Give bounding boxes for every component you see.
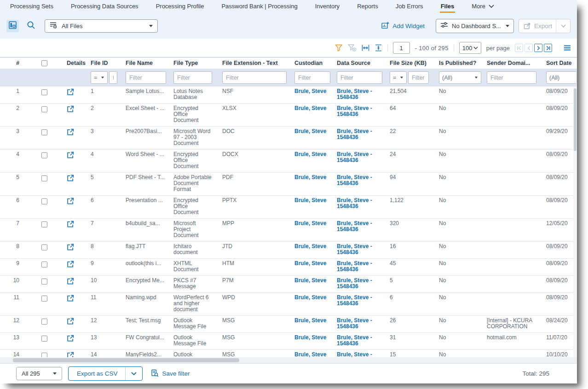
selection-scope-dropdown[interactable]: All 295 [16,367,62,380]
row-checkbox[interactable] [41,198,47,204]
custodian-link[interactable]: Brule, Steve [290,150,333,172]
filter-toggle-button[interactable] [335,44,343,52]
open-details-icon[interactable] [67,263,74,269]
column-header-details[interactable]: Details [60,60,86,66]
row-checkbox[interactable] [41,296,47,302]
custodian-link[interactable]: Brule, Steve [290,127,333,149]
row-checkbox[interactable] [41,319,47,325]
fit-column-width-button[interactable] [362,44,369,52]
list-menu-button[interactable] [564,45,571,51]
clear-filters-button[interactable] [348,44,357,52]
open-details-icon[interactable] [67,297,74,303]
file-size-filter-input[interactable] [408,71,429,84]
custodian-link[interactable]: Brule, Steve [290,350,333,357]
tab-processing-data-sources[interactable]: Processing Data Sources [70,0,139,13]
data-source-link[interactable]: Brule, Steve - 1548436 [333,173,386,195]
vertical-scrollbar[interactable] [573,87,577,357]
data-source-link[interactable]: Brule, Steve - 1548436 [333,350,386,357]
file-extension-filter-input[interactable] [222,71,287,84]
data-source-link[interactable]: Brule, Steve - 1548436 [333,259,386,275]
data-source-link[interactable]: Brule, Steve - 1548436 [333,150,386,172]
column-header-is-published[interactable]: Is Published? [435,60,483,66]
data-source-filter-input[interactable] [337,71,382,84]
sort-date-filter-select[interactable]: (All) [546,71,576,84]
add-widget-button[interactable]: Add Widget [381,22,425,30]
open-details-icon[interactable] [67,108,74,114]
file-id-operator-select[interactable]: = [91,71,108,84]
open-details-icon[interactable] [67,200,74,206]
sender-domain-filter-input[interactable] [487,71,536,84]
custodian-link[interactable]: Brule, Steve [290,293,333,315]
custodian-link[interactable]: Brule, Steve [290,316,333,332]
data-source-link[interactable]: Brule, Steve - 1548436 [333,276,386,292]
row-checkbox[interactable] [41,261,47,267]
export-csv-menu-chevron[interactable] [126,372,142,376]
file-size-operator-select[interactable]: = [390,71,407,84]
export-as-csv-button[interactable]: Export as CSV [68,366,143,381]
custodian-filter-input[interactable] [294,71,330,84]
custodian-link[interactable]: Brule, Steve [290,104,333,126]
search-button[interactable] [25,20,37,32]
column-header-number[interactable]: # [0,60,29,66]
file-type-filter-input[interactable] [173,71,212,84]
open-details-icon[interactable] [67,246,74,252]
data-source-link[interactable]: Brule, Steve - 1548436 [333,293,386,315]
custodian-link[interactable]: Brule, Steve [290,259,333,275]
select-all-checkbox[interactable] [41,60,47,66]
open-details-icon[interactable] [67,91,74,97]
custodian-link[interactable]: Brule, Steve [290,173,333,195]
fit-row-height-button[interactable] [375,44,382,52]
row-checkbox[interactable] [41,106,47,112]
custodian-link[interactable]: Brule, Steve [290,87,333,103]
tab-more[interactable]: More [471,0,495,13]
horizontal-scrollbar[interactable] [0,357,577,363]
custodian-link[interactable]: Brule, Steve [290,219,333,241]
row-checkbox[interactable] [41,353,47,357]
data-source-link[interactable]: Brule, Steve - 1548436 [333,127,386,149]
column-header-file-size[interactable]: File Size (KB) [386,60,435,66]
last-page-button[interactable] [544,44,552,52]
column-header-file-extension[interactable]: File Extension - Text [218,60,290,66]
open-details-icon[interactable] [67,320,74,326]
custodian-link[interactable]: Brule, Steve [290,333,333,349]
tab-files[interactable]: Files [440,0,455,13]
data-source-link[interactable]: Brule, Steve - 1548436 [333,196,386,218]
custodian-link[interactable]: Brule, Steve [290,242,333,258]
dashboard-panel-button[interactable] [6,20,19,32]
row-checkbox[interactable] [41,152,47,158]
tab-reports[interactable]: Reports [356,0,379,13]
column-header-sort-date[interactable]: Sort Date [542,60,576,66]
tab-inventory[interactable]: Inventory [314,0,340,13]
open-details-icon[interactable] [67,337,74,343]
is-published-filter-select[interactable]: (All) [439,71,481,84]
dashboard-selector-dropdown[interactable]: No Dashboard S... [436,19,514,33]
first-page-button[interactable] [515,44,523,52]
vertical-scrollbar-thumb[interactable] [574,88,576,151]
row-checkbox[interactable] [41,221,47,227]
previous-page-button[interactable] [525,44,533,52]
tab-password-bank-processing[interactable]: Password Bank | Processing [220,0,298,13]
column-header-file-id[interactable]: File ID [86,60,121,66]
row-checkbox[interactable] [41,129,47,135]
column-header-custodian[interactable]: Custodian [290,60,333,66]
row-checkbox[interactable] [41,175,47,181]
row-checkbox[interactable] [41,244,47,250]
page-number-input[interactable] [393,42,410,54]
row-checkbox[interactable] [41,89,47,95]
data-source-link[interactable]: Brule, Steve - 1548436 [333,87,386,103]
open-details-icon[interactable] [67,354,74,357]
data-source-link[interactable]: Brule, Steve - 1548436 [333,333,386,349]
open-details-icon[interactable] [67,131,74,137]
data-source-link[interactable]: Brule, Steve - 1548436 [333,104,386,126]
column-header-file-type[interactable]: File Type [169,60,218,66]
file-id-filter-input[interactable] [109,71,117,84]
open-details-icon[interactable] [67,154,74,160]
column-header-file-name[interactable]: File Name [121,60,169,66]
horizontal-scrollbar-thumb[interactable] [13,358,239,362]
column-header-sender-domain[interactable]: Sender Domai... [483,60,542,66]
export-menu-chevron[interactable] [556,24,570,28]
custodian-link[interactable]: Brule, Steve [290,276,333,292]
open-details-icon[interactable] [67,280,74,286]
custodian-link[interactable]: Brule, Steve [290,196,333,218]
tab-processing-profile[interactable]: Processing Profile [155,0,205,13]
